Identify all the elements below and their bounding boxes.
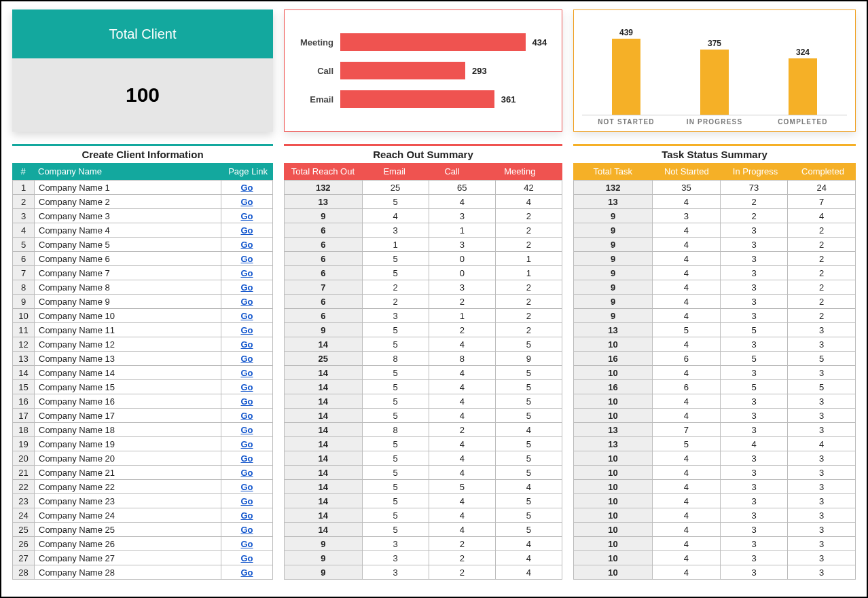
vbar-value: 324	[796, 48, 810, 57]
go-link[interactable]: Go	[240, 368, 253, 378]
go-link[interactable]: Go	[240, 254, 253, 264]
task-col-3: Completed	[790, 163, 856, 180]
task-cell: 3	[720, 295, 788, 309]
task-cell: 2	[788, 295, 856, 309]
hbar-bar	[340, 62, 465, 79]
hbar-row: Meeting434	[293, 28, 554, 56]
company-name-cell: Company Name 16	[35, 394, 221, 409]
reach-col-2: Call	[427, 163, 477, 180]
reach-cell: 2	[362, 280, 429, 295]
go-link[interactable]: Go	[240, 496, 253, 506]
task-cell: 3	[788, 451, 856, 466]
task-cell: 4	[653, 451, 721, 466]
table-row: 6501	[285, 266, 562, 280]
go-link[interactable]: Go	[240, 396, 253, 407]
go-link[interactable]: Go	[240, 197, 253, 207]
task-section-header: Task Status Summary	[573, 144, 856, 163]
go-link[interactable]: Go	[240, 553, 253, 563]
task-cell: 3	[788, 551, 856, 565]
reach-cell: 2	[495, 309, 562, 323]
task-table: Total TaskNot StartedIn ProgressComplete…	[573, 163, 856, 180]
go-link[interactable]: Go	[240, 225, 253, 236]
reach-cell: 9	[285, 565, 363, 580]
task-cell: 3	[788, 323, 856, 337]
go-link[interactable]: Go	[240, 482, 253, 492]
task-cell: 4	[653, 195, 721, 209]
task-cell: 7	[653, 423, 721, 437]
task-cell: 3	[720, 523, 788, 537]
table-row: 9432	[574, 252, 856, 266]
reach-table: Total Reach OutEmailCallMeeting	[284, 163, 562, 180]
reach-cell: 5	[362, 480, 429, 494]
go-link[interactable]: Go	[240, 525, 253, 535]
table-row: 6312	[285, 223, 562, 238]
tables-row: # Company Name Page Link 1Company Name 1…	[12, 163, 856, 580]
reach-out-chart: Meeting434Call293Email361	[284, 10, 562, 132]
table-row: 10Company Name 10Go	[13, 309, 273, 323]
go-link[interactable]: Go	[240, 311, 253, 321]
task-cell: 10	[574, 508, 653, 523]
table-row: 10433	[574, 508, 856, 523]
go-link[interactable]: Go	[240, 510, 253, 521]
row-number: 16	[13, 394, 35, 409]
task-cell: 35	[653, 181, 721, 195]
reach-cell: 7	[285, 280, 363, 295]
table-row: 6222	[285, 295, 562, 309]
vbar-label: COMPLETED	[759, 118, 847, 126]
table-row: 9324	[574, 209, 856, 223]
go-link[interactable]: Go	[240, 539, 253, 549]
reach-cell: 5	[362, 437, 429, 451]
task-cell: 2	[788, 309, 856, 323]
reach-cell: 4	[429, 337, 495, 352]
go-link[interactable]: Go	[240, 425, 253, 435]
reach-cell: 3	[362, 551, 429, 565]
task-cell: 3	[788, 409, 856, 423]
task-cell: 3	[788, 337, 856, 352]
go-link[interactable]: Go	[240, 282, 253, 293]
total-client-label: Total Client	[12, 10, 273, 58]
page-link-cell: Go	[221, 551, 273, 565]
row-number: 18	[13, 423, 35, 437]
company-name-cell: Company Name 25	[35, 523, 221, 537]
go-link[interactable]: Go	[240, 183, 253, 193]
go-link[interactable]: Go	[240, 567, 253, 578]
table-row: 15Company Name 15Go	[13, 380, 273, 394]
go-link[interactable]: Go	[240, 468, 253, 478]
go-link[interactable]: Go	[240, 268, 253, 278]
go-link[interactable]: Go	[240, 325, 253, 335]
table-row: 16655	[574, 380, 856, 394]
reach-cell: 14	[285, 366, 363, 380]
reach-cell: 4	[495, 480, 562, 494]
task-cell: 73	[720, 181, 788, 195]
task-cell: 4	[788, 437, 856, 451]
client-col-name: Company Name	[34, 163, 221, 180]
task-cell: 9	[574, 209, 653, 223]
go-link[interactable]: Go	[240, 339, 253, 350]
reach-cell: 14	[285, 394, 363, 409]
company-name-cell: Company Name 22	[35, 480, 221, 494]
go-link[interactable]: Go	[240, 411, 253, 421]
page-link-cell: Go	[221, 280, 273, 295]
page-link-cell: Go	[221, 223, 273, 238]
go-link[interactable]: Go	[240, 439, 253, 449]
table-row: 21Company Name 21Go	[13, 466, 273, 480]
table-row: 9432	[574, 280, 856, 295]
row-number: 5	[13, 238, 35, 252]
go-link[interactable]: Go	[240, 211, 253, 221]
task-cell: 4	[653, 394, 721, 409]
reach-cell: 5	[495, 494, 562, 508]
go-link[interactable]: Go	[240, 382, 253, 392]
reach-cell: 13	[285, 195, 363, 209]
task-cell: 3	[720, 337, 788, 352]
hbar-value: 293	[465, 66, 487, 76]
go-link[interactable]: Go	[240, 297, 253, 307]
go-link[interactable]: Go	[240, 354, 253, 364]
reach-cell: 25	[285, 352, 363, 366]
go-link[interactable]: Go	[240, 453, 253, 464]
company-name-cell: Company Name 8	[35, 280, 221, 295]
table-row: 10433	[574, 451, 856, 466]
company-name-cell: Company Name 24	[35, 508, 221, 523]
task-cell: 3	[720, 480, 788, 494]
page-link-cell: Go	[221, 252, 273, 266]
go-link[interactable]: Go	[240, 240, 253, 250]
